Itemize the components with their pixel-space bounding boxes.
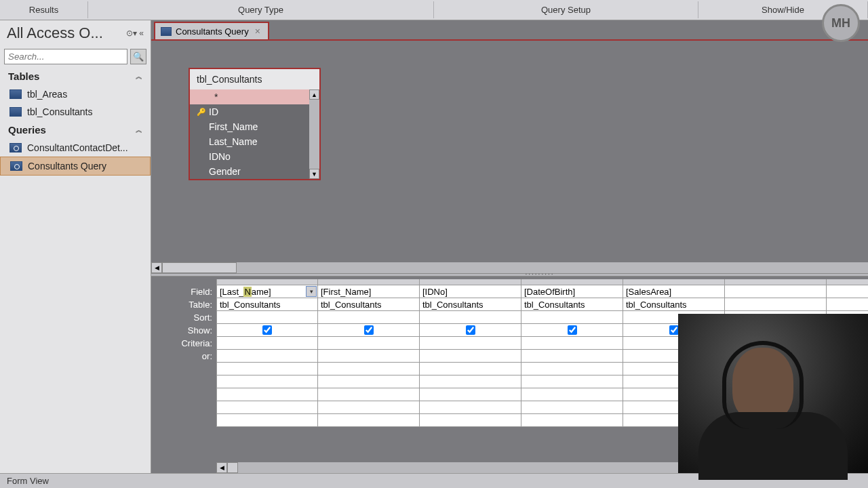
qbe-col-header[interactable] [725, 279, 827, 285]
qbe-col-header[interactable] [420, 279, 521, 285]
qbe-extra-cell[interactable] [521, 388, 623, 401]
nav-dropdown-icon[interactable]: ⊙▾ [126, 28, 137, 38]
field-list-scrollbar[interactable]: ▲ ▼ [309, 89, 319, 179]
qbe-or-cell[interactable] [521, 350, 623, 363]
tab-title: Consultants Query [176, 26, 249, 37]
nav-section-queries-header[interactable]: Queries︽ [0, 121, 151, 139]
qbe-extra-cell[interactable] [216, 363, 318, 375]
upper-pane-hscroll[interactable]: ◀ [151, 262, 868, 273]
qbe-criteria-cell[interactable] [521, 337, 623, 350]
qbe-criteria-cell[interactable] [216, 337, 318, 350]
scroll-left-icon[interactable]: ◀ [151, 262, 162, 273]
qbe-field-cell[interactable]: [IDNo] [420, 285, 521, 298]
qbe-col-header[interactable] [216, 279, 318, 285]
qbe-extra-cell[interactable] [216, 388, 318, 401]
qbe-extra-cell[interactable] [420, 363, 521, 375]
qbe-table-cell[interactable]: tbl_Consultants [216, 298, 318, 311]
scroll-left-icon[interactable]: ◀ [216, 462, 227, 473]
qbe-table-cell[interactable]: tbl_Consultants [521, 298, 623, 311]
qbe-column: [Last_Name]▾tbl_Consultants [216, 279, 318, 427]
qbe-show-cell[interactable] [318, 324, 420, 337]
qbe-field-cell[interactable] [827, 285, 868, 298]
qbe-extra-cell[interactable] [318, 401, 420, 414]
nav-item-consultant-contact[interactable]: ConsultantContactDet... [0, 139, 151, 157]
nav-collapse-icon[interactable]: « [139, 28, 144, 38]
qbe-sort-cell[interactable] [521, 311, 623, 324]
close-icon[interactable]: × [253, 26, 262, 37]
qbe-field-cell[interactable]: [SalesArea] [623, 285, 725, 298]
show-checkbox[interactable] [364, 325, 374, 335]
qbe-field-cell[interactable] [725, 285, 827, 298]
nav-item-tbl-areas[interactable]: tbl_Areas [0, 85, 151, 103]
field-row-gender[interactable]: Gender [190, 164, 309, 179]
qbe-extra-cell[interactable] [318, 375, 420, 388]
qbe-sort-cell[interactable] [318, 311, 420, 324]
qbe-table-cell[interactable]: tbl_Consultants [623, 298, 725, 311]
field-row-lastname[interactable]: Last_Name [190, 134, 309, 149]
scroll-thumb[interactable] [227, 462, 238, 473]
field-row-firstname[interactable]: First_Name [190, 119, 309, 134]
qbe-table-cell[interactable] [827, 298, 868, 311]
qbe-col-header[interactable] [318, 279, 420, 285]
show-checkbox[interactable] [262, 325, 272, 335]
qbe-field-cell[interactable]: [DateOfBirth] [521, 285, 623, 298]
qbe-show-cell[interactable] [521, 324, 623, 337]
qbe-extra-cell[interactable] [521, 414, 623, 427]
show-checkbox[interactable] [568, 325, 577, 335]
qbe-col-header[interactable] [521, 279, 623, 285]
qbe-sort-cell[interactable] [216, 311, 318, 324]
qbe-table-cell[interactable] [725, 298, 827, 311]
qbe-or-cell[interactable] [420, 350, 521, 363]
qbe-show-cell[interactable] [420, 324, 521, 337]
qbe-or-cell[interactable] [216, 350, 318, 363]
dropdown-icon[interactable]: ▾ [306, 286, 317, 297]
qbe-column: [DateOfBirth]tbl_Consultants [521, 279, 623, 427]
qbe-col-header[interactable] [623, 279, 725, 285]
nav-section-tables-header[interactable]: Tables︽ [0, 67, 151, 85]
qbe-table-cell[interactable]: tbl_Consultants [318, 298, 420, 311]
qbe-extra-cell[interactable] [216, 401, 318, 414]
qbe-extra-cell[interactable] [420, 401, 521, 414]
show-checkbox[interactable] [669, 325, 679, 335]
scroll-thumb[interactable] [162, 262, 237, 273]
qbe-extra-cell[interactable] [318, 414, 420, 427]
qbe-extra-cell[interactable] [420, 414, 521, 427]
nav-title[interactable]: All Access O... [7, 24, 124, 42]
field-row-idno[interactable]: IDNo [190, 149, 309, 164]
document-tab[interactable]: Consultants Query × [154, 22, 269, 39]
nav-item-tbl-consultants[interactable]: tbl_Consultants [0, 103, 151, 121]
scroll-down-icon[interactable]: ▼ [309, 169, 319, 179]
ribbon-group-labels: Results Query Type Query Setup Show/Hide [0, 0, 868, 20]
search-input[interactable] [4, 49, 127, 64]
qbe-field-cell[interactable]: [First_Name] [318, 285, 420, 298]
qbe-extra-cell[interactable] [521, 375, 623, 388]
qbe-extra-cell[interactable] [521, 401, 623, 414]
qbe-show-cell[interactable] [216, 324, 318, 337]
field-row-id[interactable]: 🔑ID [190, 104, 309, 119]
query-icon [161, 27, 172, 36]
ribbon-group-querytype: Query Type [88, 1, 434, 18]
qbe-sort-cell[interactable] [420, 311, 521, 324]
qbe-criteria-cell[interactable] [318, 337, 420, 350]
qbe-field-cell[interactable]: [Last_Name]▾ [216, 285, 318, 298]
qbe-extra-cell[interactable] [420, 375, 521, 388]
field-row-star[interactable]: * [190, 89, 309, 104]
qbe-col-header[interactable] [827, 279, 868, 285]
qbe-extra-cell[interactable] [318, 363, 420, 375]
show-checkbox[interactable] [466, 325, 475, 335]
query-icon [10, 161, 22, 171]
qbe-criteria-cell[interactable] [420, 337, 521, 350]
qbe-or-cell[interactable] [318, 350, 420, 363]
qbe-extra-cell[interactable] [216, 414, 318, 427]
qbe-extra-cell[interactable] [318, 388, 420, 401]
scroll-up-icon[interactable]: ▲ [309, 89, 319, 100]
qbe-extra-cell[interactable] [521, 363, 623, 375]
nav-item-consultants-query[interactable]: Consultants Query [0, 157, 151, 176]
key-icon: 🔑 [197, 108, 206, 117]
qbe-table-cell[interactable]: tbl_Consultants [420, 298, 521, 311]
qbe-extra-cell[interactable] [420, 388, 521, 401]
qbe-extra-cell[interactable] [216, 375, 318, 388]
search-button[interactable]: 🔍 [130, 49, 146, 64]
table-diagram-pane[interactable]: tbl_Consultants ▲ ▼ * 🔑ID First_Name Las… [151, 39, 868, 273]
table-box-consultants[interactable]: tbl_Consultants ▲ ▼ * 🔑ID First_Name Las… [189, 68, 321, 180]
